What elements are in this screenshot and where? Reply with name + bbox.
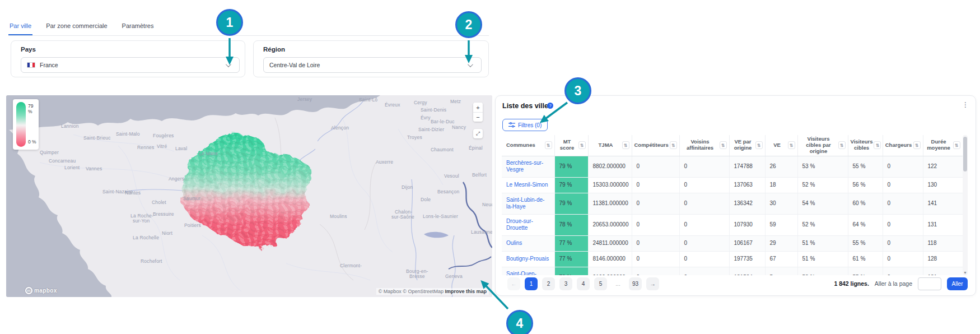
tab-param-tres[interactable]: Paramètres: [121, 20, 155, 35]
sort-button[interactable]: ⇅: [720, 141, 727, 149]
sort-button[interactable]: ⇅: [838, 141, 846, 149]
page-button-2[interactable]: 2: [542, 277, 555, 290]
sort-button[interactable]: ⇅: [913, 141, 921, 149]
page-prev-button[interactable]: ←: [507, 277, 520, 290]
value-cell: 106167: [729, 235, 765, 251]
commune-link[interactable]: Saint-Ouen-Marchefroy: [506, 271, 536, 275]
value-cell: 0: [679, 156, 729, 177]
goto-page-input[interactable]: [918, 277, 941, 290]
value-cell: 128: [923, 251, 963, 267]
sort-button[interactable]: ⇅: [545, 141, 552, 149]
sort-button[interactable]: ⇅: [874, 141, 881, 149]
map-city-label: Rochefort: [141, 258, 162, 264]
table-row: Saint-Lubin-de-la-Haye79 %11381.00000000…: [502, 193, 963, 214]
pagination: ←12345...93→ 1 842 lignes. Aller à la pa…: [502, 276, 968, 291]
value-cell: 64 %: [848, 214, 883, 235]
map-city-label: Troyes: [407, 134, 422, 140]
go-button[interactable]: Aller: [947, 277, 968, 290]
tab-bar: Par villePar zone commercialeParamètres: [8, 20, 489, 36]
sort-button[interactable]: ⇅: [788, 141, 795, 149]
map[interactable]: JerseySaint-LôÉvreuxCergySaint-DenisMetz…: [6, 95, 492, 297]
map-city-label: Laval: [175, 146, 187, 151]
map-city-label: Alençon: [331, 125, 349, 131]
value-cell: 136342: [729, 193, 765, 214]
kebab-icon[interactable]: ⋮: [960, 100, 971, 110]
chevron-down-icon: [226, 62, 231, 67]
page-button-4[interactable]: 4: [577, 277, 590, 290]
value-cell: 8802.000000: [588, 156, 632, 177]
map-city-label: Poitiers: [184, 222, 201, 228]
value-cell: 131: [923, 214, 963, 235]
scroll-down-icon[interactable]: ▼: [963, 271, 968, 275]
commune-cell: Le Mesnil-Simon: [502, 177, 554, 193]
map-city-label: Saint-Malo: [116, 131, 140, 137]
annotation-badge-1: 1: [216, 9, 243, 36]
map-city-label: Lannion: [61, 123, 79, 129]
zoom-out-button[interactable]: −: [473, 112, 483, 122]
map-canvas: [6, 95, 492, 297]
region-select[interactable]: Centre-Val de Loire: [263, 57, 482, 73]
value-cell: 55 %: [848, 267, 883, 275]
region-card: Région Centre-Val de Loire: [253, 40, 489, 77]
commune-cell: Berchères-sur-Vesgre: [502, 156, 554, 177]
sort-button[interactable]: ⇅: [578, 141, 586, 149]
filters-button-label: Filtres (0): [518, 122, 542, 128]
tab-par-ville[interactable]: Par ville: [8, 20, 32, 35]
pays-select[interactable]: France: [21, 57, 240, 73]
column-label: Voisins affinitaires: [682, 139, 718, 151]
sort-button[interactable]: ⇅: [622, 141, 629, 149]
page-button-1[interactable]: 1: [525, 277, 538, 290]
fullscreen-button[interactable]: ⤢: [473, 129, 483, 138]
mt-score-cell: 76 %: [554, 267, 588, 275]
tab-par-zone-commerciale[interactable]: Par zone commerciale: [45, 20, 108, 35]
scrollbar-thumb[interactable]: [963, 137, 967, 171]
table-card: Liste des villes ? ⋮ Filtres (0) Commune…: [495, 95, 976, 296]
value-cell: 15303.000000: [588, 177, 632, 193]
column-header-chargeurs: Chargeurs⇅: [883, 135, 923, 156]
column-header-visiteurs-cibles-par-origine: Visiteurs cibles par origine⇅: [797, 135, 848, 156]
map-city-label: Vitré: [157, 143, 167, 149]
map-city-label: Vannes: [86, 166, 102, 171]
map-legend: 79 % 0 %: [13, 99, 39, 150]
commune-link[interactable]: Droue-sur-Drouette: [506, 218, 533, 231]
filters-button[interactable]: Filtres (0): [502, 119, 548, 131]
value-cell: 0: [632, 193, 679, 214]
page-button-5[interactable]: 5: [594, 277, 607, 290]
commune-link[interactable]: Boutigny-Prouais: [506, 256, 549, 262]
column-header-dur-e-moyenne: Durée moyenne⇅: [923, 135, 963, 156]
value-cell: 20653.000000: [588, 214, 632, 235]
sort-button[interactable]: ⇅: [755, 141, 763, 149]
value-cell: 0: [883, 235, 923, 251]
page-next-button[interactable]: →: [646, 277, 659, 290]
map-city-label: Neuch: [482, 202, 492, 207]
pays-label: Pays: [21, 46, 36, 53]
legend-gradient: [16, 102, 26, 147]
map-city-label: Lausanne: [471, 229, 492, 235]
commune-link[interactable]: Le Mesnil-Simon: [506, 182, 548, 188]
map-city-label: Auxerre: [376, 159, 393, 165]
cities-table: Communes⇅MT score⇅TJMA⇅Compétiteurs⇅Vois…: [502, 135, 963, 275]
value-cell: 5: [765, 267, 797, 275]
sort-button[interactable]: ⇅: [953, 141, 960, 149]
commune-link[interactable]: Berchères-sur-Vesgre: [506, 160, 543, 173]
commune-link[interactable]: Oulins: [506, 240, 522, 246]
value-cell: 107930: [729, 214, 765, 235]
page-button-3[interactable]: 3: [559, 277, 572, 290]
value-cell: 0: [883, 214, 923, 235]
map-city-label: sur-Saône: [391, 214, 414, 220]
improve-map-link[interactable]: Improve this map: [445, 289, 487, 294]
table-scrollbar[interactable]: ▼: [963, 135, 968, 275]
mapbox-logo: m mapbox: [25, 287, 57, 294]
annotation-badge-2: 2: [455, 11, 482, 38]
column-label: Visiteurs cibles par origine: [800, 136, 837, 155]
chevron-down-icon: [468, 62, 473, 67]
page-button-93[interactable]: 93: [629, 277, 642, 290]
annotation-badge-3: 3: [564, 77, 591, 104]
mt-score-cell: 78 %: [554, 214, 588, 235]
region-value: Centre-Val de Loire: [269, 62, 463, 68]
info-icon[interactable]: ?: [547, 103, 553, 109]
sort-button[interactable]: ⇅: [670, 141, 677, 149]
zoom-in-button[interactable]: +: [473, 103, 483, 112]
commune-link[interactable]: Saint-Lubin-de-la-Haye: [506, 197, 544, 210]
value-cell: 0: [679, 214, 729, 235]
